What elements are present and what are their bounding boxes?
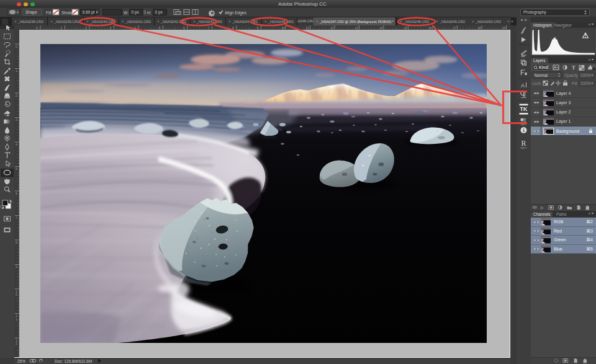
svg-text:BASIC: BASIC (521, 123, 527, 126)
svg-text:100%: 100% (580, 81, 591, 86)
svg-text:1: 1 (16, 317, 17, 321)
svg-text:Normal: Normal (535, 73, 548, 78)
svg-text:2: 2 (16, 342, 17, 345)
svg-text:6: 6 (16, 192, 17, 195)
svg-text:T: T (572, 64, 576, 71)
svg-text:8: 8 (16, 241, 17, 244)
svg-text:4: 4 (16, 143, 17, 146)
svg-text:◄◄: ◄◄ (520, 18, 527, 22)
svg-text:0: 0 (16, 293, 17, 296)
svg-text:2: 2 (16, 94, 17, 97)
svg-text:Opacity:: Opacity: (564, 73, 579, 78)
svg-text:7: 7 (16, 216, 17, 220)
svg-text:TK: TK (520, 106, 528, 112)
svg-text:PANELS: PANELS (520, 147, 526, 149)
svg-text:Lock:: Lock: (532, 81, 542, 86)
svg-text:fx: fx (541, 205, 544, 210)
svg-text:0: 0 (16, 45, 17, 48)
svg-text:Fill:: Fill: (572, 81, 578, 86)
svg-text:1: 1 (16, 69, 17, 73)
svg-text:R: R (521, 139, 526, 148)
svg-text:3: 3 (16, 118, 17, 122)
svg-text:100%: 100% (580, 73, 591, 78)
svg-text:5: 5 (16, 167, 17, 171)
svg-text:A: A (521, 82, 525, 89)
svg-text:9: 9 (16, 265, 17, 269)
svg-text:Kind: Kind (539, 65, 548, 69)
